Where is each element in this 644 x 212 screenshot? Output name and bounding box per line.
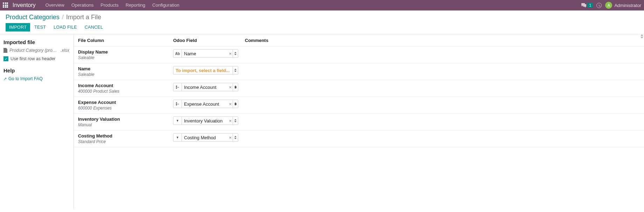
breadcrumb-current: Import a File: [66, 14, 101, 21]
breadcrumb-separator: /: [62, 14, 64, 21]
load-file-button[interactable]: Load File: [50, 23, 80, 31]
field-value: Income Account: [182, 85, 228, 90]
breadcrumb: Product Categories / Import a File: [6, 14, 638, 21]
clear-icon[interactable]: ×: [228, 101, 233, 107]
apps-icon[interactable]: [3, 2, 8, 8]
field-selector[interactable]: Expense Account×: [173, 100, 238, 108]
messages-button[interactable]: 1: [581, 3, 593, 8]
mapping-row: Display NameSaleableAbName×: [74, 47, 644, 63]
odoo-field-cell: Costing Method×: [173, 133, 245, 142]
clear-icon[interactable]: ×: [228, 118, 233, 123]
header-checkbox-row: Use first row as header: [3, 56, 69, 61]
activity-icon[interactable]: [596, 3, 602, 8]
clear-icon[interactable]: ×: [228, 85, 233, 90]
field-value: To import, select a field...: [174, 68, 233, 73]
column-headers: File Column Odoo Field Comments: [74, 34, 644, 47]
column-title: Display Name: [78, 49, 173, 55]
mapping-row: Inventory ValuationManualInventory Valua…: [74, 114, 644, 130]
external-link-icon: ↗: [3, 77, 7, 81]
use-first-row-label: Use first row as header: [10, 56, 56, 61]
scroll-indicator-top: [641, 34, 643, 38]
field-selector[interactable]: Inventory Valuation×: [173, 116, 238, 125]
field-value: Expense Account: [182, 101, 228, 107]
relation-type-icon: [174, 83, 182, 91]
user-name: Administrator: [614, 3, 641, 8]
nav-item-products[interactable]: Products: [97, 0, 122, 10]
file-column-cell: Inventory ValuationManual: [78, 116, 173, 127]
imported-file-ext: .xlsx: [61, 48, 69, 53]
imported-file-row: Product Category (product.c… .xlsx: [3, 48, 69, 53]
field-selector[interactable]: AbName×: [173, 49, 238, 58]
file-column-cell: Income Account400000 Product Sales: [78, 83, 173, 94]
import-button[interactable]: Import: [6, 23, 30, 31]
nav-item-operations[interactable]: Operations: [68, 0, 97, 10]
column-title: Income Account: [78, 83, 173, 88]
import-faq-link[interactable]: ↗ Go to Import FAQ: [3, 76, 69, 81]
field-selector[interactable]: Income Account×: [173, 83, 238, 91]
help-heading: Help: [3, 68, 69, 73]
column-title: Expense Account: [78, 100, 173, 105]
selection-type-icon: [174, 117, 182, 125]
column-sample: 400000 Product Sales: [78, 89, 173, 94]
clear-icon[interactable]: ×: [228, 135, 233, 140]
nav-item-configuration[interactable]: Configuration: [149, 0, 183, 10]
mapping-rows: Display NameSaleableAbName×NameSaleableT…: [74, 47, 644, 147]
odoo-field-cell: To import, select a field...: [173, 66, 245, 75]
dropdown-toggle-icon[interactable]: [233, 134, 238, 141]
file-column-cell: Expense Account600000 Expenses: [78, 100, 173, 111]
relation-type-icon: [174, 100, 182, 108]
top-navbar: Inventory Overview Operations Products R…: [0, 0, 644, 10]
chat-icon: [581, 3, 587, 8]
field-value: Inventory Valuation: [182, 118, 228, 123]
nav-item-reporting[interactable]: Reporting: [122, 0, 149, 10]
column-sample: Standard Price: [78, 139, 173, 144]
avatar: A: [605, 2, 612, 9]
file-column-cell: Costing MethodStandard Price: [78, 133, 173, 144]
column-title: Costing Method: [78, 133, 173, 139]
test-button[interactable]: Test: [31, 23, 49, 31]
odoo-field-cell: AbName×: [173, 49, 245, 58]
column-title: Name: [78, 66, 173, 71]
header-odoo-field: Odoo Field: [173, 38, 245, 43]
mapping-row: NameSaleableTo import, select a field...: [74, 63, 644, 80]
dropdown-toggle-icon[interactable]: [233, 66, 238, 74]
column-title: Inventory Valuation: [78, 116, 173, 122]
clear-icon[interactable]: ×: [228, 51, 233, 56]
main-area: Imported file Product Category (product.…: [0, 34, 644, 209]
user-menu[interactable]: A Administrator: [605, 2, 641, 9]
text-type-icon: Ab: [174, 50, 182, 57]
field-selector[interactable]: Costing Method×: [173, 133, 238, 142]
action-buttons: Import Test Load File Cancel: [6, 23, 638, 34]
imported-file-name: Product Category (product.c…: [9, 48, 58, 53]
navbar-left: Inventory Overview Operations Products R…: [3, 0, 183, 10]
odoo-field-cell: Inventory Valuation×: [173, 116, 245, 125]
dropdown-toggle-icon[interactable]: [233, 50, 238, 57]
control-panel: Product Categories / Import a File Impor…: [0, 10, 644, 34]
dropdown-toggle-icon[interactable]: [233, 117, 238, 125]
field-value: Name: [182, 51, 228, 56]
mapping-row: Income Account400000 Product SalesIncome…: [74, 80, 644, 97]
header-file-column: File Column: [78, 38, 173, 43]
odoo-field-cell: Expense Account×: [173, 100, 245, 108]
mapping-row: Expense Account600000 ExpensesExpense Ac…: [74, 97, 644, 114]
header-comments: Comments: [245, 38, 640, 43]
cancel-button[interactable]: Cancel: [81, 23, 107, 31]
file-icon: [3, 48, 7, 53]
app-brand[interactable]: Inventory: [13, 2, 36, 8]
file-column-cell: Display NameSaleable: [78, 49, 173, 60]
field-selector[interactable]: To import, select a field...: [173, 66, 238, 75]
odoo-field-cell: Income Account×: [173, 83, 245, 91]
navbar-right: 1 A Administrator: [581, 2, 641, 9]
messages-count: 1: [587, 3, 593, 8]
nav-item-overview[interactable]: Overview: [42, 0, 68, 10]
column-sample: Saleable: [78, 55, 173, 60]
use-first-row-checkbox[interactable]: [3, 56, 8, 61]
column-sample: Manual: [78, 122, 173, 127]
breadcrumb-parent[interactable]: Product Categories: [6, 14, 59, 21]
imported-file-heading: Imported file: [3, 39, 69, 45]
nav-menu: Overview Operations Products Reporting C…: [42, 0, 183, 10]
column-sample: 600000 Expenses: [78, 106, 173, 111]
mapping-content: File Column Odoo Field Comments Display …: [73, 34, 644, 209]
file-column-cell: NameSaleable: [78, 66, 173, 77]
mapping-row: Costing MethodStandard PriceCosting Meth…: [74, 130, 644, 147]
